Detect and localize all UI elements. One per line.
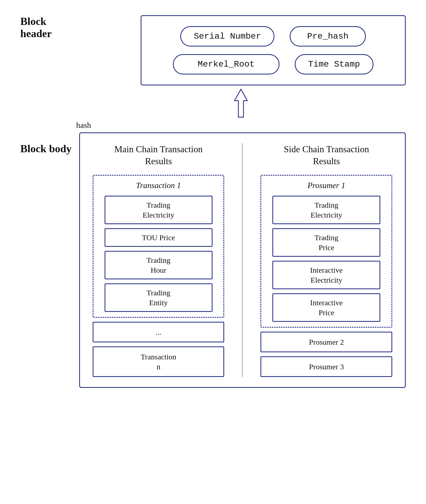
merkel-root-pill: Merkel_Root <box>173 54 280 74</box>
time-stamp-pill: Time Stamp <box>295 54 373 74</box>
diagram-wrapper: Block header Serial Number Pre_hash Merk… <box>0 0 426 403</box>
up-arrow-icon <box>231 88 251 118</box>
block-body-section: Block body Main Chain TransactionResults… <box>20 132 406 388</box>
transaction-n-box: Transactionn <box>93 346 224 377</box>
side-chain-title: Side Chain TransactionResults <box>284 143 369 167</box>
block-body-container: Main Chain TransactionResults Transactio… <box>79 132 406 388</box>
main-chain-column: Main Chain TransactionResults Transactio… <box>93 143 224 377</box>
interactive-price-box: InteractivePrice <box>272 293 380 322</box>
hash-label: hash <box>76 120 91 130</box>
header-row-2: Merkel_Root Time Stamp <box>154 54 392 74</box>
arrow-section: hash <box>76 88 406 130</box>
ellipsis-box: ... <box>93 322 224 342</box>
trading-electricity-main-box: TradingElectricity <box>105 196 212 224</box>
trading-electricity-side-box: TradingElectricity <box>272 196 380 224</box>
transaction-1-box: Transaction 1 TradingElectricity TOU Pri… <box>93 175 224 318</box>
main-chain-title: Main Chain TransactionResults <box>114 143 203 167</box>
trading-hour-box: TradingHour <box>105 251 212 279</box>
block-header-box: Serial Number Pre_hash Merkel_Root Time … <box>141 15 406 85</box>
prosumer-1-box: Prosumer 1 TradingElectricity TradingPri… <box>260 175 392 328</box>
trading-price-side-box: TradingPrice <box>272 228 380 257</box>
chain-divider <box>242 143 243 377</box>
pre-hash-pill: Pre_hash <box>290 26 366 47</box>
prosumer-2-box: Prosumer 2 <box>260 332 392 352</box>
trading-entity-box: TradingEntity <box>105 283 212 312</box>
side-chain-column: Side Chain TransactionResults Prosumer 1… <box>260 143 392 377</box>
prosumer-1-label: Prosumer 1 <box>307 181 345 190</box>
serial-number-pill: Serial Number <box>180 26 274 47</box>
block-body-label: Block body <box>20 132 72 155</box>
prosumer-3-box: Prosumer 3 <box>260 356 392 377</box>
svg-marker-0 <box>235 89 247 117</box>
tou-price-box: TOU Price <box>105 228 212 247</box>
interactive-electricity-box: InteractiveElectricity <box>272 261 380 289</box>
block-header-label: Block header <box>20 15 77 40</box>
header-row-1: Serial Number Pre_hash <box>154 26 392 47</box>
transaction-1-label: Transaction 1 <box>136 181 181 190</box>
